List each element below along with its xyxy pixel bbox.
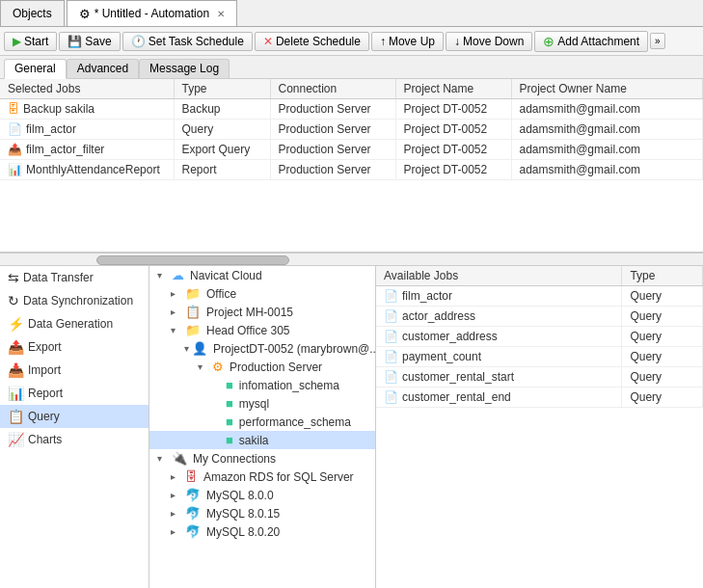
mysql-icon: 🐬 xyxy=(185,506,201,521)
sidebar-item-gen[interactable]: ⚡Data Generation xyxy=(0,312,149,335)
table-row[interactable]: 📄film_actor Query Production Server Proj… xyxy=(0,120,703,140)
sidebar-item-sync[interactable]: ↻Data Synchronization xyxy=(0,289,149,312)
tab-automation[interactable]: ⚙ * Untitled - Automation ✕ xyxy=(67,0,237,26)
tree-item-label: performance_schema xyxy=(239,415,351,429)
avail-job-type: Query xyxy=(622,347,703,367)
schema-icon: ■ xyxy=(226,414,233,429)
close-tab-icon[interactable]: ✕ xyxy=(217,9,225,19)
avail-job-type: Query xyxy=(622,388,703,408)
tree-arrow[interactable]: ▾ xyxy=(198,361,209,372)
tree-arrow[interactable]: ▸ xyxy=(171,288,182,299)
save-button[interactable]: 💾 Save xyxy=(59,32,120,51)
delete-schedule-button[interactable]: ✕ Delete Schedule xyxy=(255,32,369,51)
tree-item-label: ProjectDT-0052 (marybrown@... xyxy=(213,342,376,356)
tree-panel: ▾ ☁ Navicat Cloud ▸ 📁 Office ▸ 📋 Project… xyxy=(149,266,376,588)
tree-item[interactable]: ▾ ☁ Navicat Cloud xyxy=(149,266,375,284)
tab-bar: Objects ⚙ * Untitled - Automation ✕ xyxy=(0,0,703,27)
cloud-icon: ☁ xyxy=(172,268,184,282)
table-row[interactable]: 📊MonthlyAttendanceReport Report Producti… xyxy=(0,160,703,180)
jobs-table: Selected Jobs Type Connection Project Na… xyxy=(0,79,703,180)
tree-item[interactable]: ■ sakila xyxy=(149,431,375,449)
tree-item-label: Amazon RDS for SQL Server xyxy=(203,470,354,484)
tree-arrow[interactable]: ▾ xyxy=(184,343,189,354)
tree-item[interactable]: ▸ 🐬 MySQL 8.0.0 xyxy=(149,486,375,504)
tree-item[interactable]: ▸ 📋 Project MH-0015 xyxy=(149,303,375,321)
job-project: Project DT-0052 xyxy=(395,160,511,180)
tree-arrow[interactable]: ▸ xyxy=(171,471,182,482)
tree-item-label: sakila xyxy=(239,434,269,447)
tree-item-label: MySQL 8.0.15 xyxy=(206,507,280,521)
tree-item-label: Navicat Cloud xyxy=(190,269,262,282)
job-connection: Production Server xyxy=(270,140,395,160)
add-icon: ⊕ xyxy=(543,34,554,49)
sidebar-item-export[interactable]: 📤Export xyxy=(0,335,149,359)
tree-item[interactable]: ▾ 🔌 My Connections xyxy=(149,449,375,468)
report-icon: 📊 xyxy=(8,386,24,401)
tree-item[interactable]: ▾ ⚙ Production Server xyxy=(149,358,375,376)
job-owner: adamsmith@gmail.com xyxy=(511,120,703,140)
add-attachment-button[interactable]: ⊕ Add Attachment xyxy=(534,31,648,52)
sidebar-item-label: Data Synchronization xyxy=(23,294,133,307)
list-item[interactable]: 📄customer_rental_start Query xyxy=(376,367,703,388)
tree-arrow[interactable]: ▾ xyxy=(157,270,169,281)
sidebar-item-charts[interactable]: 📈Charts xyxy=(0,428,149,451)
tree-item[interactable]: ▸ 🐬 MySQL 8.0.15 xyxy=(149,504,375,522)
tree-arrow[interactable]: ▾ xyxy=(171,325,182,335)
set-task-schedule-button[interactable]: 🕐 Set Task Schedule xyxy=(122,32,253,51)
list-item[interactable]: 📄payment_count Query xyxy=(376,347,703,367)
more-button[interactable]: » xyxy=(650,33,665,49)
col-type: Type xyxy=(174,79,270,99)
tree-item[interactable]: ■ mysql xyxy=(149,394,375,413)
tab-message-log[interactable]: Message Log xyxy=(139,59,230,78)
job-project: Project DT-0052 xyxy=(395,99,511,120)
tree-item[interactable]: ▾ 👤 ProjectDT-0052 (marybrown@... xyxy=(149,339,375,358)
job-name: 📊MonthlyAttendanceReport xyxy=(0,160,174,180)
tree-item[interactable]: ▸ 🗄 Amazon RDS for SQL Server xyxy=(149,468,375,486)
move-down-button[interactable]: ↓ Move Down xyxy=(446,32,532,51)
move-up-button[interactable]: ↑ Move Up xyxy=(371,32,444,51)
sidebar-item-label: Charts xyxy=(28,433,62,446)
sidebar-item-import[interactable]: 📥Import xyxy=(0,359,149,382)
export-icon: 📤 xyxy=(8,339,24,355)
list-item[interactable]: 📄film_actor Query xyxy=(376,286,703,307)
start-button[interactable]: ▶ Start xyxy=(4,32,57,51)
sync-icon: ↻ xyxy=(8,293,19,308)
sidebar-item-report[interactable]: 📊Report xyxy=(0,382,149,405)
tree-item-label: Office xyxy=(206,287,236,301)
col-selected-jobs: Selected Jobs xyxy=(0,79,174,99)
horizontal-scrollbar[interactable] xyxy=(0,253,703,266)
tree-item[interactable]: ▸ 🐬 MySQL 8.0.20 xyxy=(149,522,375,541)
tab-general[interactable]: General xyxy=(4,59,67,79)
avail-job-name: 📄customer_address xyxy=(376,327,622,347)
tree-arrow[interactable]: ▸ xyxy=(171,526,182,537)
tree-arrow[interactable]: ▸ xyxy=(171,508,182,519)
tree-arrow[interactable]: ▸ xyxy=(171,490,182,500)
sidebar-item-query[interactable]: 📋Query xyxy=(0,405,149,428)
project-icon: 📋 xyxy=(185,305,201,319)
avail-job-name: 📄customer_rental_end xyxy=(376,388,622,408)
job-project: Project DT-0052 xyxy=(395,140,511,160)
list-item[interactable]: 📄customer_address Query xyxy=(376,327,703,347)
table-row[interactable]: 🗄Backup sakila Backup Production Server … xyxy=(0,99,703,120)
tab-objects[interactable]: Objects xyxy=(0,0,65,26)
list-item[interactable]: 📄customer_rental_end Query xyxy=(376,388,703,408)
schema-icon: ■ xyxy=(226,396,233,411)
tree-item[interactable]: ■ performance_schema xyxy=(149,413,375,431)
tree-item-label: Head Office 305 xyxy=(206,324,290,337)
automation-tab-label: * Untitled - Automation xyxy=(95,7,209,20)
tab-advanced[interactable]: Advanced xyxy=(67,59,139,78)
start-icon: ▶ xyxy=(13,35,21,48)
job-project: Project DT-0052 xyxy=(395,120,511,140)
tree-arrow[interactable]: ▾ xyxy=(157,453,169,464)
sub-tab-bar: General Advanced Message Log xyxy=(0,56,703,79)
tree-item[interactable]: ■ infomation_schema xyxy=(149,376,375,394)
tree-item[interactable]: ▸ 📁 Office xyxy=(149,284,375,303)
avail-job-type: Query xyxy=(622,307,703,327)
sidebar-item-transfer[interactable]: ⇆Data Transfer xyxy=(0,266,149,289)
tree-item-label: infomation_schema xyxy=(239,379,339,392)
table-row[interactable]: 📤film_actor_filter Export Query Producti… xyxy=(0,140,703,160)
tree-arrow[interactable]: ▸ xyxy=(171,307,182,317)
tree-item[interactable]: ▾ 📁 Head Office 305 xyxy=(149,321,375,339)
list-item[interactable]: 📄actor_address Query xyxy=(376,307,703,327)
scroll-thumb[interactable] xyxy=(96,255,289,265)
